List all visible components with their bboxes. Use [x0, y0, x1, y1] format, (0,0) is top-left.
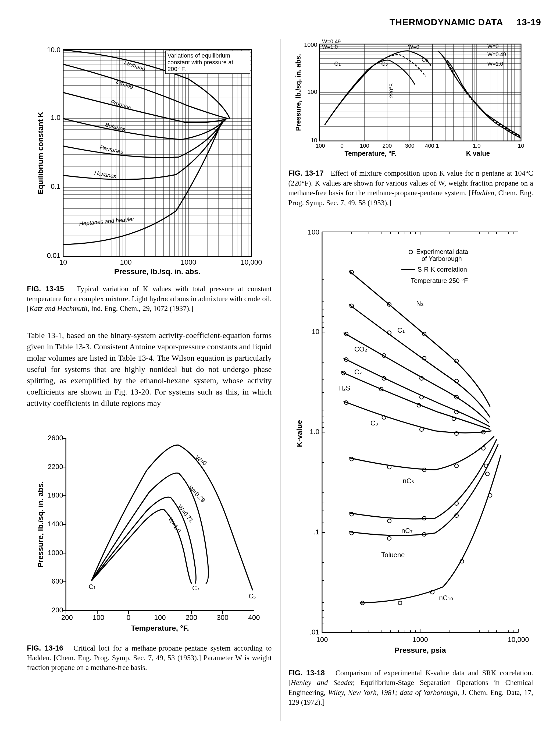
w-label: W=1.0	[322, 44, 338, 50]
svg-point-219	[455, 464, 458, 468]
caption-13-16: FIG. 13-16 Critical loci for a methane-p…	[27, 643, 272, 672]
xtick: -100	[90, 614, 104, 622]
ytick: 1.0	[51, 113, 61, 122]
series-label: Ethane	[115, 78, 134, 90]
fignum: FIG. 13-15	[27, 285, 64, 293]
ytick: 2200	[48, 463, 63, 471]
point-label: C₃	[192, 584, 199, 592]
inset-line-1: Variations of equilibrium	[168, 52, 230, 59]
vline-label: 220°F.	[388, 83, 394, 98]
chart-fig-13-18: N₂ C₁ CO₂ C₂ H₂S C₃ nC₅ nC₇ Toluene nC₁₀	[290, 221, 532, 665]
ytick: 0.1	[51, 183, 61, 190]
chart-fig-13-16: W=0 W=0.29 W=0.71 W=1.0 C₁ C₃ C₅ 2600	[31, 430, 267, 640]
ytick: 10.0	[47, 46, 61, 54]
series-label: Hexanes	[94, 169, 117, 179]
figure-13-15: Variations of equilibrium constant with …	[27, 39, 272, 313]
ytick: 1000	[48, 549, 63, 557]
xlabel: Pressure, psia	[394, 646, 446, 654]
xtick: 10,000	[508, 636, 529, 644]
xtick: 10	[518, 143, 524, 149]
species-label: nC₅	[403, 477, 414, 485]
svg-point-227	[387, 537, 391, 540]
xtick: 0	[340, 143, 344, 149]
caption-text: Critical loci for a methane-propane-pent…	[27, 644, 272, 672]
ytick: 1400	[48, 520, 63, 528]
species-label: C₂	[354, 368, 362, 376]
legend-text: Temperature 250 °F	[411, 277, 468, 284]
body-paragraph: Table 13-1, based on the binary-system a…	[27, 330, 272, 409]
xtick: 1000	[412, 636, 428, 644]
xtick: 200	[382, 143, 392, 149]
species-label: C₁	[397, 326, 405, 334]
legend-text: Experimental data	[416, 248, 468, 255]
xtick: 1.0	[473, 143, 480, 149]
w-label: W=0.49	[322, 39, 341, 44]
xtick: 100	[316, 636, 328, 644]
ylabel: Pressure, lb./sq. in. abs.	[36, 481, 45, 568]
chart-fig-13-15: Variations of equilibrium constant with …	[31, 39, 267, 281]
xtick: -100	[314, 143, 325, 149]
w-label: W=0	[488, 43, 499, 49]
xtick: 1000	[181, 258, 196, 266]
xlabel: Temperature, °F.	[131, 624, 189, 632]
caption-citation: Henley and Seader,	[291, 679, 355, 687]
svg-point-232	[398, 601, 402, 605]
xtick: 300	[217, 614, 229, 622]
caption-13-15: FIG. 13-15 Typical variation of K values…	[27, 284, 272, 313]
xlabel: Pressure, lb./sq. in. abs.	[114, 267, 200, 276]
xtick: 100	[360, 143, 369, 149]
xtick: 100	[120, 258, 132, 266]
series-label: W=0.71	[176, 504, 195, 523]
xlabel-right: K value	[466, 150, 490, 157]
xtick: 0.1	[431, 143, 439, 149]
page-number: 13-19	[516, 17, 541, 27]
ytick: 100	[307, 228, 319, 236]
svg-point-213	[420, 428, 424, 431]
ylabel: Pressure, lb./sq. in. abs.	[294, 54, 302, 131]
species-label: nC₁₀	[439, 594, 453, 602]
species-label: CO₂	[354, 345, 367, 353]
svg-point-222	[387, 519, 391, 523]
fignum: FIG. 13-18	[288, 669, 325, 677]
inset-line-2: constant with pressure at	[168, 59, 233, 66]
species-label: H₂S	[338, 384, 350, 392]
series-label: Propane	[110, 99, 132, 111]
series-label: Butanes	[105, 121, 126, 133]
ytick: 1.0	[310, 428, 319, 436]
series-label: Methane	[123, 60, 146, 72]
xtick: 200	[186, 614, 197, 622]
svg-point-236	[409, 250, 413, 254]
svg-point-220	[481, 446, 485, 450]
svg-point-230	[486, 472, 489, 476]
caption-13-18: FIG. 13-18 Comparison of experimental K-…	[288, 668, 533, 707]
chart-fig-13-17: 220°F. W=0.49	[290, 39, 532, 165]
xlabel-left: Temperature, °F.	[344, 150, 396, 157]
point-label: C₃	[381, 60, 388, 67]
figure-13-17: 220°F. W=0.49	[288, 39, 533, 208]
point-label: C₅	[422, 56, 428, 63]
xtick: -200	[59, 614, 73, 622]
series-label: W=0.29	[187, 484, 207, 504]
ytick: 2600	[48, 434, 63, 442]
ytick: 200	[51, 606, 63, 614]
xtick: 0	[127, 614, 130, 622]
legend-text: of Yarborough	[422, 255, 462, 262]
ylabel: K-value	[295, 420, 303, 447]
ytick: 1800	[48, 491, 63, 499]
caption-citation: Hadden,	[471, 189, 496, 197]
ylabel: Equilibrium constant K	[36, 112, 45, 194]
species-label: Toluene	[381, 551, 405, 559]
point-label: C₅	[249, 593, 256, 600]
species-label: C₃	[370, 419, 378, 427]
ytick: 100	[307, 88, 317, 95]
series-label: Heptanes and heavier	[79, 216, 135, 227]
caption-citation: Wiley, New York, 1981; data of Yarboroug…	[328, 688, 459, 697]
ytick: 600	[51, 577, 63, 585]
ytick: .01	[310, 628, 319, 636]
figure-13-16: W=0 W=0.29 W=0.71 W=1.0 C₁ C₃ C₅ 2600	[27, 430, 272, 672]
caption-tail: Ind. Eng. Chem., 29, 1072 (1937).]	[89, 304, 193, 313]
point-label: C₁	[334, 60, 341, 67]
w-label: W=0.49	[488, 51, 506, 57]
legend-text: S-R-K correlation	[417, 266, 467, 273]
header-title: THERMODYNAMIC DATA	[390, 17, 503, 27]
